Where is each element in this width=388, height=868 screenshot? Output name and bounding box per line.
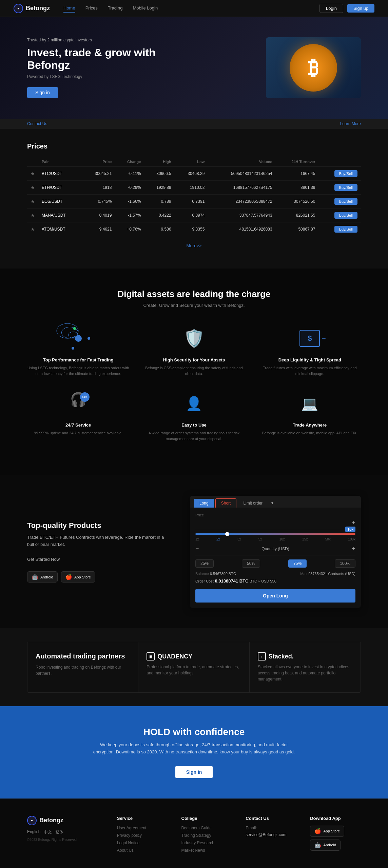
qty-plus-button[interactable]: +	[352, 545, 355, 552]
buysell-button[interactable]: Buy/Sell	[334, 170, 357, 177]
appstore-button[interactable]: 🍎 App Store	[61, 571, 95, 583]
contact-us-link[interactable]: Contact Us	[27, 121, 47, 126]
bitcoin-graphic: ₿	[290, 44, 337, 92]
lev-25x[interactable]: 25x	[302, 537, 308, 541]
order-cost-usd: ≈ USD $50	[258, 579, 276, 583]
brand-logo[interactable]: ● Befongz	[14, 4, 50, 13]
footer-apple-icon: 🍎	[314, 828, 321, 834]
feature-title-2: High Security for Your Assets	[143, 357, 245, 362]
volume-cell: 5095048314231S6254	[208, 167, 275, 181]
footer-appstore-button[interactable]: 🍎 App Store	[310, 826, 344, 837]
star-cell[interactable]: ★	[27, 222, 38, 236]
balance-value: 6.5467890 BTC	[210, 572, 236, 576]
turnover-cell: 826021.55	[276, 209, 319, 222]
footer-link-legal[interactable]: Legal Notice	[117, 841, 168, 845]
footer-link-trading-strategy[interactable]: Trading Strategy	[181, 833, 232, 838]
footer-languages: English 中文 繁体	[27, 829, 103, 835]
buysell-button[interactable]: Buy/Sell	[334, 198, 357, 205]
orbit-ring-3	[56, 323, 78, 339]
price-cell: 9.4621	[82, 222, 115, 236]
lev-100x[interactable]: 100x	[348, 537, 355, 541]
more-link[interactable]: More>>	[27, 236, 361, 255]
volume-cell: 481501.64926083	[208, 222, 275, 236]
appstore-label: App Store	[74, 575, 91, 579]
partners-title: Automated trading partners	[36, 652, 130, 660]
feature-desc-1: Using LSEG technology, Befongz is able t…	[27, 365, 129, 376]
hero-signin-button[interactable]: Sign in	[27, 87, 58, 98]
hold-signin-button[interactable]: Sign in	[175, 766, 213, 778]
buysell-button[interactable]: Buy/Sell	[334, 212, 357, 219]
footer-link-industry[interactable]: Industry Research	[181, 841, 232, 845]
pair-cell: ETH/USDT	[38, 181, 82, 195]
star-cell[interactable]: ★	[27, 195, 38, 209]
learn-more-link[interactable]: Learn More	[340, 121, 361, 126]
tab-long[interactable]: Long	[194, 499, 214, 508]
nav-home[interactable]: Home	[63, 4, 75, 13]
max-label: Max 987654321 Contracts (USD)	[300, 572, 355, 576]
top-quality-section: Top-quality Products Trade BTC/ETH Futur…	[0, 475, 388, 628]
nav-prices[interactable]: Prices	[85, 4, 98, 13]
partners-intro-cell: Automated trading partners Robo investin…	[27, 642, 138, 692]
qty-minus-button[interactable]: −	[195, 545, 199, 552]
col-price: Price	[82, 157, 115, 167]
tab-short[interactable]: Short	[215, 498, 237, 508]
tab-limit[interactable]: Limit order	[238, 499, 268, 508]
buysell-button[interactable]: Buy/Sell	[334, 184, 357, 191]
hero-text: Trusted by 2 million crypto investors In…	[27, 38, 170, 98]
col-star	[27, 157, 38, 167]
login-button[interactable]: Login	[319, 4, 343, 13]
footer-link-privacy[interactable]: Privacy policy	[117, 833, 168, 838]
action-cell[interactable]: Buy/Sell	[318, 222, 361, 236]
signup-button[interactable]: Sign up	[347, 4, 374, 13]
nav-trading[interactable]: Trading	[108, 4, 123, 13]
price-label: Price	[195, 513, 355, 517]
action-cell[interactable]: Buy/Sell	[318, 167, 361, 181]
star-cell[interactable]: ★	[27, 181, 38, 195]
star-cell[interactable]: ★	[27, 167, 38, 181]
lev-50x[interactable]: 50x	[325, 537, 331, 541]
lang-chinese[interactable]: 中文	[44, 829, 52, 835]
footer-link-market-news[interactable]: Market News	[181, 848, 232, 853]
price-plus-button[interactable]: +	[352, 519, 355, 526]
star-cell[interactable]: ★	[27, 209, 38, 222]
lev-10x[interactable]: 10x	[279, 537, 285, 541]
service-badge: 24/7	[80, 392, 90, 402]
leverage-handle[interactable]	[225, 532, 229, 536]
pct-50-button[interactable]: 50%	[242, 559, 260, 568]
lev-2x[interactable]: 2x	[216, 537, 220, 541]
buysell-button[interactable]: Buy/Sell	[334, 226, 357, 233]
footer-copyright: ©2023 Befongz Rights Reserved	[27, 838, 103, 842]
table-row: ★ ATOM/USDT 9.4621 +0.76% 9.586 9.3355 4…	[27, 222, 361, 236]
pct-100-button[interactable]: 100%	[335, 559, 355, 568]
shield-icon: 🛡️	[183, 329, 205, 348]
contact-col-title: Contact Us	[246, 816, 296, 821]
lev-3x[interactable]: 3x	[237, 537, 241, 541]
lang-traditional[interactable]: 繁体	[55, 829, 63, 835]
footer-link-beginners[interactable]: Beginners Guide	[181, 826, 232, 830]
footer-android-button[interactable]: 🤖 Android	[310, 840, 341, 851]
pct-25-button[interactable]: 25%	[195, 559, 214, 568]
volume-cell: 234723806S388472	[208, 195, 275, 209]
action-cell[interactable]: Buy/Sell	[318, 181, 361, 195]
lev-1x[interactable]: 1x	[195, 537, 199, 541]
open-long-button[interactable]: Open Long	[195, 589, 355, 603]
limit-dropdown-icon[interactable]: ▼	[271, 501, 274, 505]
nav-mobile-login[interactable]: Mobile Login	[133, 4, 158, 13]
action-cell[interactable]: Buy/Sell	[318, 195, 361, 209]
feature-desc-6: Befongz is available on website, mobile …	[259, 430, 361, 436]
pair-cell: BTC/USDT	[38, 167, 82, 181]
android-label: Android	[40, 575, 53, 579]
lang-english[interactable]: English	[27, 829, 40, 835]
lev-5x[interactable]: 5x	[258, 537, 262, 541]
price-cell: 1918	[82, 181, 115, 195]
partners-desc: Robo investing and trading on Befongz wi…	[36, 664, 130, 676]
action-cell[interactable]: Buy/Sell	[318, 209, 361, 222]
hero-image: ₿	[266, 37, 361, 98]
footer-link-user-agreement[interactable]: User Agreement	[117, 826, 168, 830]
leverage-slider[interactable]: 10x	[195, 533, 355, 535]
stacked-logo-icon: ↑	[258, 652, 266, 660]
pct-75-button[interactable]: 75%	[288, 559, 307, 568]
footer-link-about[interactable]: About Us	[117, 848, 168, 853]
android-store-button[interactable]: 🤖 Android	[27, 571, 58, 583]
pair-cell: EOS/USDT	[38, 195, 82, 209]
